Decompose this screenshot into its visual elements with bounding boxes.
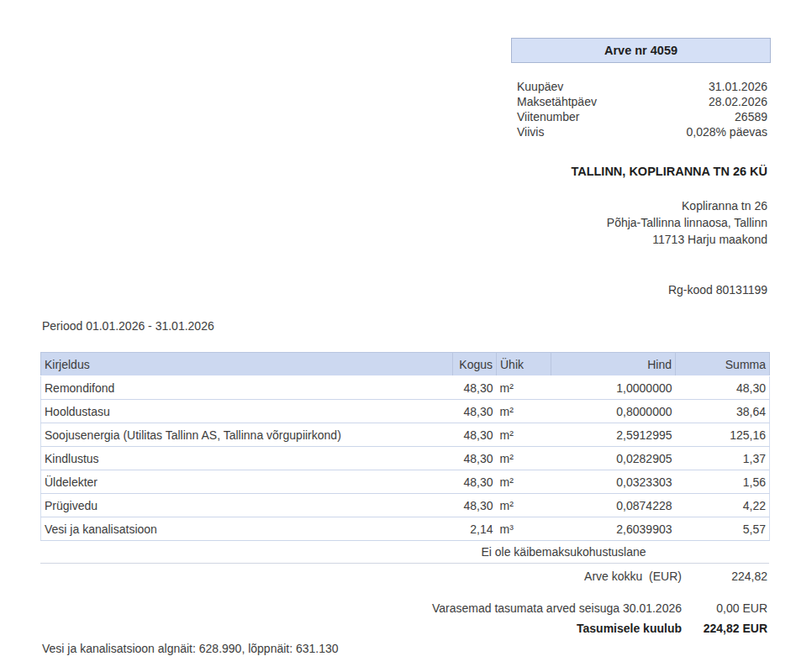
cell-sum: 125,16 xyxy=(676,423,770,447)
meta-value: 28.02.2026 xyxy=(709,94,767,109)
tax-note: Ei ole käibemaksukohustuslane xyxy=(452,541,675,563)
invoice-title-box: Arve nr 4059 xyxy=(511,38,771,63)
tax-note-row: Ei ole käibemaksukohustuslane xyxy=(40,541,769,564)
cell-sum: 48,30 xyxy=(676,376,770,400)
cell-quantity: 48,30 xyxy=(453,494,497,517)
cell-sum: 1,56 xyxy=(676,470,770,494)
cell-price: 0,8000000 xyxy=(551,400,676,423)
table-row: Remondifond 48,30 m² 1,0000000 48,30 xyxy=(41,376,770,400)
cell-description: Kindlustus xyxy=(41,447,453,470)
column-header-description: Kirjeldus xyxy=(41,353,453,376)
address-line: 11713 Harju maakond xyxy=(427,231,767,248)
cell-quantity: 2,14 xyxy=(453,517,497,541)
cell-unit: m² xyxy=(497,447,551,470)
amount-due-value: 224,82 EUR xyxy=(682,620,769,637)
column-header-quantity: Kogus xyxy=(453,353,497,376)
previous-unpaid-label: Varasemad tasumata arved seisuga 30.01.2… xyxy=(432,600,682,617)
cell-unit: m² xyxy=(497,400,551,423)
cell-price: 2,5912995 xyxy=(551,423,676,447)
registry-code: Rg-kood 80131199 xyxy=(511,283,767,297)
column-header-unit: Ühik xyxy=(497,353,551,376)
cell-price: 2,6039903 xyxy=(551,517,676,541)
cell-quantity: 48,30 xyxy=(453,376,497,400)
address-line: Põhja-Tallinna linnaosa, Tallinn xyxy=(427,214,767,231)
cell-price: 0,0282905 xyxy=(551,447,676,470)
meta-value: 26589 xyxy=(735,109,767,124)
meta-row-due-date: Maksetähtpäev 28.02.2026 xyxy=(511,94,771,109)
table-row: Kindlustus 48,30 m² 0,0282905 1,37 xyxy=(41,447,770,470)
cell-quantity: 48,30 xyxy=(453,470,497,494)
meta-value: 0,028% päevas xyxy=(686,124,767,139)
table-header-row: Kirjeldus Kogus Ühik Hind Summa xyxy=(41,353,770,376)
cell-unit: m² xyxy=(497,470,551,494)
invoice-items-table: Kirjeldus Kogus Ühik Hind Summa Remondif… xyxy=(40,352,770,541)
amount-due-row: Tasumisele kuulub 224,82 EUR xyxy=(40,620,769,637)
meta-row-date: Kuupäev 31.01.2026 xyxy=(511,79,771,94)
table-row: Prügivedu 48,30 m² 0,0874228 4,22 xyxy=(41,494,770,517)
amount-due-label: Tasumisele kuulub xyxy=(577,620,682,637)
cell-description: Üldelekter xyxy=(41,470,453,494)
cell-unit: m² xyxy=(497,494,551,517)
meta-row-late-fee: Viivis 0,028% päevas xyxy=(511,124,771,139)
invoice-meta-list: Kuupäev 31.01.2026 Maksetähtpäev 28.02.2… xyxy=(511,79,771,139)
column-header-price: Hind xyxy=(551,353,676,376)
column-header-sum: Summa xyxy=(676,353,770,376)
cell-unit: m² xyxy=(497,376,551,400)
invoice-total-row: Arve kokku (EUR) 224,82 xyxy=(40,568,769,585)
table-row: Soojusenergia (Utilitas Tallinn AS, Tall… xyxy=(41,423,770,447)
invoice-total-value: 224,82 xyxy=(682,568,769,585)
cell-description: Prügivedu xyxy=(41,494,453,517)
previous-unpaid-row: Varasemad tasumata arved seisuga 30.01.2… xyxy=(40,600,769,617)
meta-value: 31.01.2026 xyxy=(709,79,767,94)
meta-row-reference-number: Viitenumber 26589 xyxy=(511,109,771,124)
meta-label: Viitenumber xyxy=(517,109,579,124)
cell-sum: 5,57 xyxy=(676,517,770,541)
cell-unit: m² xyxy=(497,423,551,447)
meta-label: Maksetähtpäev xyxy=(517,94,597,109)
cell-quantity: 48,30 xyxy=(453,447,497,470)
table-row: Üldelekter 48,30 m² 0,0323303 1,56 xyxy=(41,470,770,494)
cell-sum: 38,64 xyxy=(676,400,770,423)
cell-description: Soojusenergia (Utilitas Tallinn AS, Tall… xyxy=(41,423,453,447)
cell-description: Remondifond xyxy=(41,376,453,400)
meta-label: Kuupäev xyxy=(517,79,563,94)
cell-price: 1,0000000 xyxy=(551,376,676,400)
cell-price: 0,0323303 xyxy=(551,470,676,494)
meta-label: Viivis xyxy=(517,124,544,139)
table-row: Vesi ja kanalisatsioon 2,14 m³ 2,6039903… xyxy=(41,517,770,541)
cell-quantity: 48,30 xyxy=(453,400,497,423)
cell-quantity: 48,30 xyxy=(453,423,497,447)
cell-description: Vesi ja kanalisatsioon xyxy=(41,517,453,541)
address-block: Kopliranna tn 26 Põhja-Tallinna linnaosa… xyxy=(427,197,767,248)
cell-unit: m³ xyxy=(497,517,551,541)
cell-sum: 4,22 xyxy=(676,494,770,517)
organization-name: TALLINN, KOPLIRANNA TN 26 KÜ xyxy=(343,165,767,178)
cell-description: Hooldustasu xyxy=(41,400,453,423)
invoice-title: Arve nr 4059 xyxy=(604,44,677,57)
meter-readings-note: Vesi ja kanalisatsioon algnäit: 628.990,… xyxy=(42,642,339,655)
table-row: Hooldustasu 48,30 m² 0,8000000 38,64 xyxy=(41,400,770,423)
invoice-page: Arve nr 4059 Kuupäev 31.01.2026 Maksetäh… xyxy=(0,0,796,672)
cell-sum: 1,37 xyxy=(676,447,770,470)
cell-price: 0,0874228 xyxy=(551,494,676,517)
billing-period: Periood 01.01.2026 - 31.01.2026 xyxy=(42,319,214,333)
address-line: Kopliranna tn 26 xyxy=(427,197,767,214)
invoice-total-label: Arve kokku (EUR) xyxy=(584,568,682,585)
previous-unpaid-value: 0,00 EUR xyxy=(682,600,769,617)
